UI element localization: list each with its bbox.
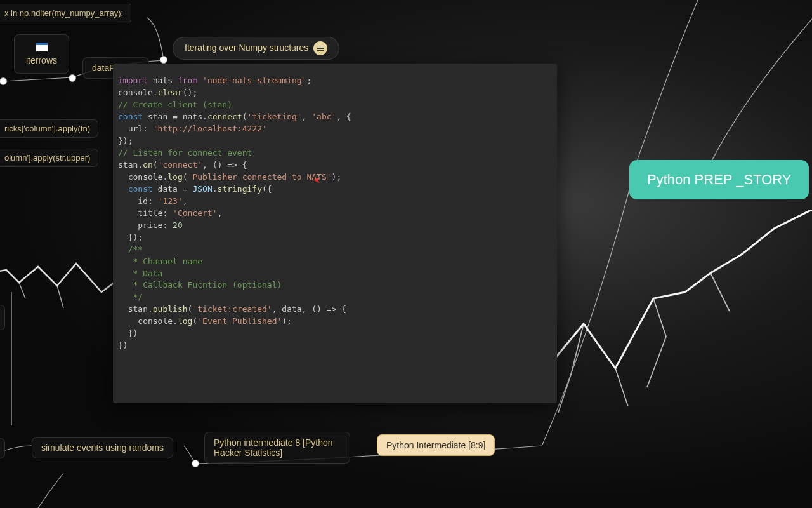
node-apply-fn[interactable]: ricks['column'].apply(fn) [0, 119, 98, 138]
node-nditer[interactable]: x in np.nditer(my_numpy_array): [0, 4, 131, 22]
node-intermediate-89[interactable]: Python Intermediate [8:9] [377, 434, 495, 456]
node-edge-left[interactable] [0, 305, 5, 330]
node-edge-left-2[interactable] [0, 438, 5, 458]
code-panel: import nats from 'node-nats-streaming';c… [113, 64, 557, 403]
connector-dot[interactable] [160, 56, 167, 64]
menu-icon[interactable] [313, 41, 327, 55]
node-prep-story[interactable]: Python PREP _STORY [629, 160, 809, 199]
node-iterrows[interactable]: iterrows [14, 34, 69, 74]
node-label: Python intermediate 8 [Python Hacker Sta… [214, 438, 333, 458]
node-intermediate-8[interactable]: Python intermediate 8 [Python Hacker Sta… [204, 432, 350, 464]
node-label: ricks['column'].apply(fn) [4, 124, 90, 133]
node-label: Python Intermediate [8:9] [386, 440, 485, 450]
node-iterating[interactable]: Iterating over Numpy structures [173, 37, 339, 60]
node-label: Iterating over Numpy structures [185, 43, 308, 53]
node-simulate[interactable]: simulate events using randoms [32, 437, 173, 458]
node-label: simulate events using randoms [41, 443, 164, 453]
node-label: iterrows [26, 55, 57, 65]
node-label: olumn'].apply(str.upper) [4, 153, 90, 163]
node-apply-upper[interactable]: olumn'].apply(str.upper) [0, 149, 98, 167]
connector-dot[interactable] [192, 460, 199, 467]
connector-dot[interactable] [69, 74, 76, 82]
connector-dot[interactable] [0, 77, 7, 85]
node-label: x in np.nditer(my_numpy_array): [4, 8, 123, 18]
window-icon [36, 43, 48, 51]
node-label: Python PREP _STORY [647, 171, 791, 187]
